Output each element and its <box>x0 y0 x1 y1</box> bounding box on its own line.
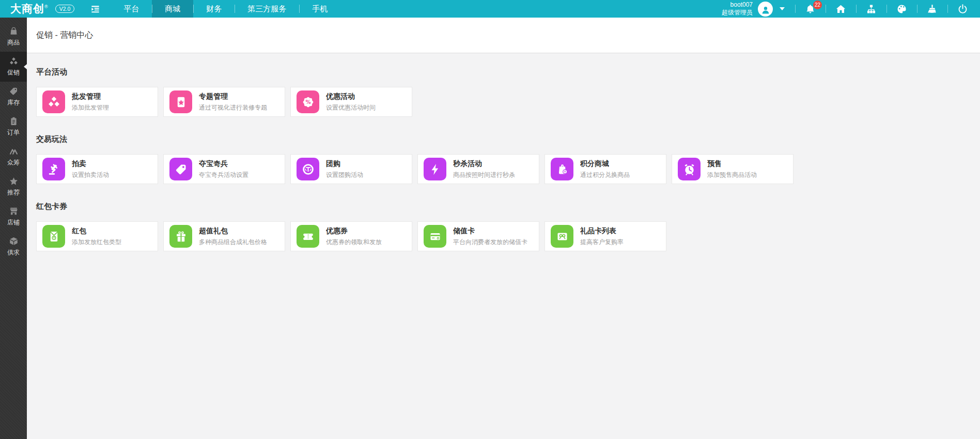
user-name: boot007 <box>722 1 753 9</box>
cubes-icon-box <box>42 90 65 113</box>
card-groupbuy[interactable]: 团购 设置团购活动 <box>290 154 412 184</box>
card-title: 积分商城 <box>580 159 630 169</box>
envelope-icon-box <box>42 225 65 248</box>
palette-button[interactable] <box>886 0 917 18</box>
card-title: 批发管理 <box>72 92 109 101</box>
clock-icon-box <box>678 158 701 180</box>
sidebar-item-crowdfunding[interactable]: 众筹 <box>0 142 27 172</box>
page-body: 平台活动 批发管理 添加批发管理 专题管理 通过可视化进行装修专题 优惠活动 设… <box>27 67 980 251</box>
card-value-pack[interactable]: 超值礼包 多种商品组合成礼包价格 <box>163 221 285 251</box>
card-title: 超值礼包 <box>199 226 267 236</box>
card-topic[interactable]: 专题管理 通过可视化进行装修专题 <box>163 87 285 117</box>
sidebar-toggle-button[interactable] <box>89 3 101 15</box>
card-desc: 通过可视化进行装修专题 <box>199 103 267 112</box>
registered-mark: ® <box>44 4 49 9</box>
sidebar-item-shop[interactable]: 店铺 <box>0 202 27 232</box>
main-content: 促销 - 营销中心 平台活动 批发管理 添加批发管理 专题管理 通过可视化进行装… <box>27 18 980 439</box>
gift-icon <box>174 230 188 244</box>
sidebar: 商品 促销 库存 订单 众筹 推荐 店铺 供求 <box>0 18 27 439</box>
sidebar-item-supply[interactable]: 供求 <box>0 232 27 262</box>
tag-icon <box>174 162 188 176</box>
home-button[interactable] <box>826 0 856 18</box>
cubes-icon <box>9 56 19 66</box>
home-icon <box>835 4 846 14</box>
bolt-icon-box <box>424 158 446 180</box>
box-icon <box>9 236 19 246</box>
card-title: 优惠券 <box>326 226 382 236</box>
page-title: 促销 - 营销中心 <box>36 30 93 41</box>
card-wholesale[interactable]: 批发管理 添加批发管理 <box>36 87 158 117</box>
menu-toggle-icon <box>90 4 100 14</box>
card-desc: 添加发放红包类型 <box>72 238 121 247</box>
card-treasure[interactable]: 夺宝奇兵 夺宝奇兵活动设置 <box>163 154 285 184</box>
nav-item-platform[interactable]: 平台 <box>111 0 152 18</box>
card-title: 秒杀活动 <box>453 159 515 169</box>
giftcard-icon-box <box>551 225 573 248</box>
card-desc: 设置优惠活动时间 <box>326 103 376 112</box>
card-desc: 提高客户复购率 <box>580 238 624 247</box>
brush-icon <box>927 4 938 14</box>
card-desc: 设置拍卖活动 <box>72 171 109 179</box>
card-discount-activity[interactable]: 优惠活动 设置优惠活动时间 <box>290 87 412 117</box>
sidebar-item-orders[interactable]: 订单 <box>0 112 27 142</box>
top-navigation: 平台商城财务第三方服务手机 <box>111 0 340 18</box>
clock-icon <box>682 162 696 176</box>
topbar-right: boot007 超级管理员 22 <box>722 0 980 18</box>
nav-item-third-party[interactable]: 第三方服务 <box>235 0 299 18</box>
store-icon <box>9 206 19 216</box>
sidebar-item-promotion[interactable]: 促销 <box>0 52 27 82</box>
card-title: 拍卖 <box>72 159 109 169</box>
user-role: 超级管理员 <box>722 9 753 17</box>
card-title: 优惠活动 <box>326 92 376 101</box>
sidebar-item-goods[interactable]: 商品 <box>0 22 27 52</box>
avatar[interactable] <box>758 2 773 17</box>
sitemap-button[interactable] <box>856 0 886 18</box>
card-icon <box>428 230 442 244</box>
sidebar-item-recommend[interactable]: 推荐 <box>0 172 27 202</box>
card-gift-card-list[interactable]: 礼品卡列表 提高客户复购率 <box>545 221 666 251</box>
nav-item-mall[interactable]: 商城 <box>152 0 193 18</box>
card-coupon[interactable]: 优惠券 优惠券的领取和发放 <box>290 221 412 251</box>
version-badge: V2.0 <box>55 5 75 13</box>
user-info: boot007 超级管理员 <box>722 1 753 17</box>
card-title: 预售 <box>707 159 757 169</box>
card-desc: 通过积分兑换商品 <box>580 171 630 179</box>
card-stored-card[interactable]: 储值卡 平台向消费者发放的储值卡 <box>417 221 539 251</box>
bell-button[interactable]: 22 <box>795 0 826 18</box>
section: 平台活动 批发管理 添加批发管理 专题管理 通过可视化进行装修专题 优惠活动 设… <box>36 67 971 117</box>
giftcard-icon <box>555 230 569 244</box>
card-auction[interactable]: 拍卖 设置拍卖活动 <box>36 154 158 184</box>
envelope-icon <box>47 230 61 244</box>
palette-icon <box>896 4 907 14</box>
gift-icon-box <box>169 225 192 248</box>
group-icon <box>301 162 315 176</box>
card-desc: 添加批发管理 <box>72 103 109 112</box>
card-red-packet[interactable]: 红包 添加发放红包类型 <box>36 221 158 251</box>
card-title: 专题管理 <box>199 92 267 101</box>
card-presale[interactable]: 预售 添加预售商品活动 <box>672 154 794 184</box>
section-heading: 平台活动 <box>36 67 971 77</box>
card-points-mall[interactable]: 积分商城 通过积分兑换商品 <box>545 154 666 184</box>
percent-icon-box <box>297 90 319 113</box>
gavel-icon <box>47 162 61 176</box>
brush-button[interactable] <box>917 0 947 18</box>
sidebar-item-inventory[interactable]: 库存 <box>0 82 27 112</box>
card-row: 批发管理 添加批发管理 专题管理 通过可视化进行装修专题 优惠活动 设置优惠活动… <box>36 87 971 117</box>
sitemap-icon <box>866 4 877 14</box>
bag-icon <box>9 26 19 36</box>
app-logo: 大商创® <box>10 2 49 16</box>
chevron-down-icon[interactable] <box>780 7 785 10</box>
card-desc: 夺宝奇兵活动设置 <box>199 171 248 179</box>
peaks-icon <box>9 146 19 156</box>
nav-item-finance[interactable]: 财务 <box>193 0 235 18</box>
card-desc: 添加预售商品活动 <box>707 171 757 179</box>
topbar: 大商创® V2.0 平台商城财务第三方服务手机 boot007 超级管理员 22 <box>0 0 980 18</box>
tag-icon <box>9 86 19 96</box>
card-desc: 商品按照时间进行秒杀 <box>453 171 515 179</box>
card-desc: 优惠券的领取和发放 <box>326 238 382 247</box>
card-seckill[interactable]: 秒杀活动 商品按照时间进行秒杀 <box>417 154 539 184</box>
nav-item-mobile[interactable]: 手机 <box>299 0 340 18</box>
power-button[interactable] <box>947 0 978 18</box>
topic-icon-box <box>169 90 192 113</box>
person-icon <box>760 5 771 15</box>
